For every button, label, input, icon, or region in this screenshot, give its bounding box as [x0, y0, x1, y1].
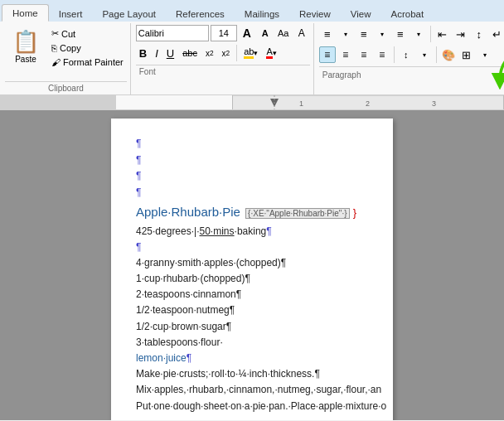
- clipboard-small-buttons: ✂ Cut ⎘ Copy 🖌 Format Painter: [48, 25, 127, 69]
- bullets-dropdown[interactable]: ▾: [337, 26, 354, 42]
- tab-review[interactable]: Review: [289, 6, 341, 22]
- line-apples: 4·granny·smith·apples·(chopped)¶: [136, 255, 368, 271]
- paragraph-top-row: ≡ ▾ ≡ ▾ ≡ ▾ ⇤ ⇥ ↕ ↵ ¶: [319, 23, 504, 45]
- copy-button[interactable]: ⎘ Copy: [48, 41, 127, 55]
- line-spacing-dropdown[interactable]: ▾: [416, 46, 433, 63]
- paragraph-bottom-row: ≡ ≡ ≡ ≡ ↕ ▾ 🎨 ⊞ ▾: [319, 45, 504, 65]
- multilevel-dropdown[interactable]: ▾: [410, 26, 427, 42]
- paragraph-group: ≡ ▾ ≡ ▾ ≡ ▾ ⇤ ⇥ ↕ ↵ ¶ ≡ ≡ ≡ ≡ ↕: [316, 23, 504, 94]
- line-para-blank: ¶: [136, 240, 368, 255]
- superscript-button[interactable]: x2: [219, 45, 234, 61]
- font-color-dropdown[interactable]: ▾: [273, 49, 277, 57]
- font-bottom-row: B I U abc x2 x2 ab ▾ A ▾: [136, 43, 310, 63]
- paragraph-group-label: Paragraph ↗: [319, 66, 504, 82]
- paste-label: Paste: [15, 55, 36, 64]
- align-left-button[interactable]: ≡: [319, 46, 336, 63]
- tab-references[interactable]: References: [166, 6, 235, 22]
- multilevel-button[interactable]: ≡: [392, 26, 409, 42]
- format-painter-button[interactable]: 🖌 Format Painter: [48, 56, 127, 69]
- tab-home[interactable]: Home: [2, 4, 49, 22]
- line-flour: 3·tablespoons·flour·: [136, 335, 368, 351]
- change-case-button[interactable]: Aa: [275, 25, 292, 41]
- align-right-button[interactable]: ≡: [356, 46, 372, 63]
- ruler-left-margin: [0, 95, 116, 109]
- document-content: ¶ ¶ ¶ ¶ Apple·Rhubarb·Pie {·XE·"Apple·Rh…: [136, 135, 368, 414]
- clipboard-group: 📋 Paste ✂ Cut ⎘ Copy 🖌 Format Painter: [3, 23, 131, 94]
- shading-button[interactable]: 🎨: [440, 46, 457, 63]
- ruler-area: 1 2 3: [0, 95, 504, 110]
- document-title: Apple·Rhubarb·Pie: [136, 205, 240, 219]
- highlight-dropdown[interactable]: ▾: [254, 49, 258, 57]
- justify-button[interactable]: ≡: [374, 46, 390, 63]
- para-mark-2: ¶: [136, 152, 368, 168]
- font-shrink-button[interactable]: A: [257, 25, 274, 41]
- font-separator: [236, 45, 237, 61]
- bold-button[interactable]: B: [136, 45, 150, 61]
- line-degrees: 425·degrees·|·50·mins·baking¶: [136, 224, 368, 240]
- tab-mailings[interactable]: Mailings: [235, 6, 289, 22]
- para-sep3: [436, 46, 437, 63]
- bullets-button[interactable]: ≡: [319, 26, 336, 42]
- font-color-icon: A: [266, 47, 272, 59]
- clear-formatting-button[interactable]: A: [293, 25, 310, 41]
- field-marker: {·XE·"Apple·Rhubarb·Pie"·}: [245, 208, 349, 219]
- font-name-input[interactable]: [136, 25, 209, 41]
- font-group: A A Aa A B I U abc x2 x2 ab ▾ A ▾: [133, 23, 314, 94]
- para-mark-3: ¶: [136, 167, 368, 184]
- format-painter-icon: 🖌: [51, 57, 61, 67]
- borders-dropdown[interactable]: ▾: [477, 46, 493, 63]
- numbering-button[interactable]: ≡: [356, 26, 372, 42]
- line-mix: Mix·apples,·rhubarb,·cinnamon,·nutmeg,·s…: [136, 382, 368, 398]
- font-color-button[interactable]: A ▾: [263, 45, 279, 61]
- ribbon-content: 📋 Paste ✂ Cut ⎘ Copy 🖌 Format Painter: [0, 22, 504, 94]
- font-top-row: A A Aa A: [136, 23, 310, 43]
- show-formatting-button[interactable]: ↵: [489, 26, 504, 42]
- title-end-marker: }: [353, 206, 356, 219]
- svg-text:1: 1: [299, 99, 303, 108]
- ruler-marks: 1 2 3: [233, 95, 503, 110]
- align-center-button[interactable]: ≡: [337, 46, 354, 63]
- document-page: ¶ ¶ ¶ ¶ Apple·Rhubarb·Pie {·XE·"Apple·Rh…: [111, 119, 393, 420]
- cut-label: Cut: [61, 29, 75, 39]
- copy-label: Copy: [60, 43, 81, 53]
- ruler: 1 2 3: [232, 95, 504, 109]
- sort-button[interactable]: ↕: [471, 26, 487, 42]
- para-mark-4: ¶: [136, 184, 368, 201]
- line-sugar: 1/2·cup·brown·sugar¶: [136, 319, 368, 335]
- format-painter-label: Format Painter: [63, 57, 124, 67]
- cut-icon: ✂: [51, 28, 59, 39]
- tab-insert[interactable]: Insert: [49, 6, 93, 22]
- subscript-button[interactable]: x2: [202, 45, 217, 61]
- underline-button[interactable]: U: [163, 45, 177, 61]
- paste-button[interactable]: 📋 Paste: [5, 25, 46, 68]
- strikethrough-button[interactable]: abc: [179, 45, 201, 61]
- ribbon: Home Insert Page Layout References Maili…: [0, 0, 504, 95]
- clipboard-group-label: Clipboard: [5, 81, 127, 94]
- numbering-dropdown[interactable]: ▾: [374, 26, 390, 42]
- green-arrow-indicator: [492, 48, 504, 92]
- tab-page-layout[interactable]: Page Layout: [92, 6, 166, 22]
- font-grow-button[interactable]: A: [239, 25, 255, 41]
- svg-text:3: 3: [432, 99, 436, 108]
- tab-bar: Home Insert Page Layout References Maili…: [0, 0, 504, 22]
- document-area: ¶ ¶ ¶ ¶ Apple·Rhubarb·Pie {·XE·"Apple·Rh…: [0, 110, 504, 420]
- increase-indent-button[interactable]: ⇥: [453, 26, 469, 42]
- italic-button[interactable]: I: [152, 45, 162, 61]
- highlight-button[interactable]: ab ▾: [240, 45, 261, 61]
- line-nutmeg: 1/2·teaspoon·nutmeg¶: [136, 302, 368, 318]
- tab-acrobat[interactable]: Acrobat: [380, 6, 434, 22]
- font-group-label: Font: [136, 65, 310, 78]
- line-lemon: lemon·juice¶: [136, 351, 368, 366]
- highlight-icon: ab: [244, 47, 254, 59]
- line-spacing-button[interactable]: ↕: [398, 46, 414, 63]
- borders-button[interactable]: ⊞: [458, 46, 475, 63]
- tab-view[interactable]: View: [341, 6, 381, 22]
- paste-icon: 📋: [12, 29, 39, 55]
- mins-text: 50·mins: [200, 225, 235, 237]
- line-make: Make·pie·crusts;·roll·to·¼·inch·thicknes…: [136, 366, 368, 382]
- line-put: Put·one·dough·sheet·on·a·pie·pan.·Place·…: [136, 399, 368, 414]
- cut-button[interactable]: ✂ Cut: [48, 27, 127, 41]
- line-rhubarb: 1·cup·rhubarb·(chopped)¶: [136, 271, 368, 287]
- decrease-indent-button[interactable]: ⇤: [434, 26, 451, 42]
- font-size-input[interactable]: [211, 25, 237, 41]
